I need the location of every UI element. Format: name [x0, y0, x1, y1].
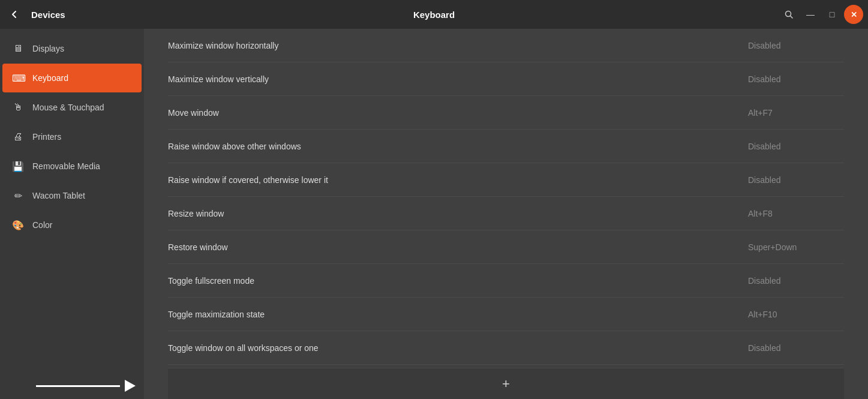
shortcut-key: Alt+F7	[748, 108, 844, 118]
table-row[interactable]: Resize windowAlt+F8	[168, 197, 844, 230]
shortcut-name: Maximize window vertically	[168, 74, 748, 84]
sidebar-item-color[interactable]: 🎨 Color	[2, 211, 142, 239]
shortcut-name: Raise window if covered, otherwise lower…	[168, 175, 748, 185]
displays-icon: 🖥	[12, 43, 24, 54]
shortcut-name: Restore window	[168, 242, 748, 252]
titlebar: Devices Keyboard — □ ✕	[0, 0, 868, 29]
sidebar-item-wacom-tablet[interactable]: ✏ Wacom Tablet	[2, 181, 142, 210]
mouse-icon: 🖱	[12, 102, 24, 113]
removable-media-icon: 💾	[12, 161, 24, 172]
sidebar-item-mouse-touchpad[interactable]: 🖱 Mouse & Touchpad	[2, 93, 142, 122]
shortcut-name: Toggle maximization state	[168, 310, 748, 319]
sidebar-label-mouse: Mouse & Touchpad	[32, 103, 104, 112]
keyboard-icon: ⌨	[12, 73, 24, 84]
color-icon: 🎨	[12, 220, 24, 231]
sidebar-label-displays: Displays	[32, 44, 64, 53]
sidebar-label-removable: Removable Media	[32, 161, 100, 171]
close-button[interactable]: ✕	[844, 5, 863, 24]
svg-line-1	[791, 16, 793, 19]
table-row[interactable]: Raise window above other windowsDisabled	[168, 130, 844, 163]
shortcut-name: Toggle window on all workspaces or one	[168, 343, 748, 353]
shortcut-name: Maximize window horizontally	[168, 41, 748, 50]
sidebar: 🖥 Displays ⌨ Keyboard 🖱 Mouse & Touchpad…	[0, 29, 144, 399]
search-button[interactable]	[779, 5, 798, 24]
add-shortcut-button[interactable]: +	[495, 373, 517, 395]
add-shortcut-bar: +	[168, 368, 844, 399]
shortcut-key: Alt+F10	[748, 310, 844, 319]
app-title: Devices	[31, 10, 127, 20]
table-row[interactable]: Toggle window on all workspaces or oneDi…	[168, 331, 844, 365]
main-layout: 🖥 Displays ⌨ Keyboard 🖱 Mouse & Touchpad…	[0, 29, 868, 399]
sidebar-label-color: Color	[32, 220, 52, 230]
minimize-button[interactable]: —	[801, 5, 820, 24]
shortcut-key: Disabled	[748, 41, 844, 50]
shortcut-key: Alt+F8	[748, 209, 844, 218]
table-row[interactable]: Toggle maximization stateAlt+F10	[168, 298, 844, 331]
table-row[interactable]: Restore windowSuper+Down	[168, 230, 844, 264]
sidebar-label-printers: Printers	[32, 132, 61, 142]
sidebar-label-keyboard: Keyboard	[32, 73, 68, 83]
scroll-line	[36, 385, 120, 387]
maximize-button[interactable]: □	[822, 5, 842, 24]
page-title: Keyboard	[413, 10, 455, 20]
scroll-indicator	[36, 380, 136, 392]
table-row[interactable]: Raise window if covered, otherwise lower…	[168, 163, 844, 197]
table-row[interactable]: Move windowAlt+F7	[168, 96, 844, 130]
table-row[interactable]: Toggle fullscreen modeDisabled	[168, 264, 844, 298]
content-area: Maximize window horizontallyDisabledMaxi…	[144, 29, 868, 399]
shortcut-key: Super+Down	[748, 242, 844, 252]
shortcut-key: Disabled	[748, 276, 844, 286]
shortcut-name: Resize window	[168, 209, 748, 218]
shortcut-name: Move window	[168, 108, 748, 118]
table-row[interactable]: Maximize window horizontallyDisabled	[168, 29, 844, 62]
shortcut-key: Disabled	[748, 343, 844, 353]
printer-icon: 🖨	[12, 131, 24, 142]
sidebar-item-displays[interactable]: 🖥 Displays	[2, 34, 142, 63]
sidebar-item-printers[interactable]: 🖨 Printers	[2, 122, 142, 151]
shortcut-name: Toggle fullscreen mode	[168, 276, 748, 286]
shortcut-list: Maximize window horizontallyDisabledMaxi…	[144, 29, 868, 368]
sidebar-label-wacom: Wacom Tablet	[32, 191, 85, 200]
wacom-icon: ✏	[12, 190, 24, 202]
window-controls: — □ ✕	[779, 5, 863, 24]
back-button[interactable]	[2, 2, 26, 26]
shortcut-key: Disabled	[748, 142, 844, 151]
scroll-arrow-head	[125, 380, 136, 392]
sidebar-item-keyboard[interactable]: ⌨ Keyboard	[2, 64, 142, 92]
shortcut-key: Disabled	[748, 175, 844, 185]
sidebar-item-removable-media[interactable]: 💾 Removable Media	[2, 152, 142, 181]
shortcut-name: Raise window above other windows	[168, 142, 748, 151]
shortcut-key: Disabled	[748, 74, 844, 84]
table-row[interactable]: Maximize window verticallyDisabled	[168, 62, 844, 96]
